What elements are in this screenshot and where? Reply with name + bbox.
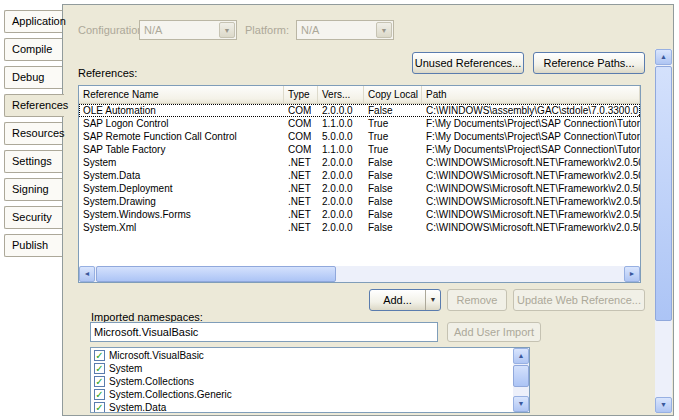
- table-cell: True: [364, 130, 422, 143]
- imports-scrollbar-thumb[interactable]: [513, 365, 529, 387]
- table-row[interactable]: System.NET2.0.0.0FalseC:\WINDOWS\Microso…: [79, 156, 640, 169]
- update-web-reference-button[interactable]: Update Web Reference...: [513, 289, 645, 311]
- reference-paths-button[interactable]: Reference Paths...: [533, 52, 645, 74]
- remove-button[interactable]: Remove: [447, 289, 507, 311]
- column-header[interactable]: Reference Name: [79, 86, 284, 104]
- tab-signing[interactable]: Signing: [4, 178, 62, 201]
- table-cell: C:\WINDOWS\Microsoft.NET\Framework\v2.0.…: [422, 208, 640, 221]
- list-item[interactable]: ✓Microsoft.VisualBasic: [91, 349, 512, 362]
- scroll-down-icon[interactable]: ▼: [513, 396, 529, 412]
- table-cell: 1.1.0.0: [318, 117, 364, 130]
- list-item[interactable]: ✓System.Data: [91, 401, 512, 412]
- checkbox[interactable]: ✓: [94, 402, 105, 412]
- imports-listbox: ✓Microsoft.VisualBasic✓System✓System.Col…: [90, 347, 530, 413]
- table-hscrollbar[interactable]: ◄ ►: [79, 266, 640, 282]
- column-header[interactable]: Type: [284, 86, 318, 104]
- references-table-header: Reference NameTypeVers...Copy LocalPath: [79, 86, 640, 104]
- table-cell: System.Windows.Forms: [79, 208, 284, 221]
- table-cell: SAP Table Factory: [79, 143, 284, 156]
- scroll-up-icon[interactable]: ▲: [655, 49, 672, 65]
- table-row[interactable]: SAP Remote Function Call ControlCOM5.0.0…: [79, 130, 640, 143]
- tab-security[interactable]: Security: [4, 206, 62, 229]
- scroll-up-icon[interactable]: ▲: [513, 348, 529, 364]
- table-row[interactable]: SAP Table FactoryCOM1.1.0.0TrueF:\My Doc…: [79, 143, 640, 156]
- table-cell: True: [364, 117, 422, 130]
- tab-debug[interactable]: Debug: [4, 66, 62, 89]
- list-item-label: Microsoft.VisualBasic: [109, 350, 204, 361]
- scroll-right-icon[interactable]: ►: [624, 266, 640, 282]
- page-scrollbar-thumb[interactable]: [655, 66, 672, 321]
- add-button[interactable]: Add... ▼: [369, 289, 441, 311]
- project-properties-page: ApplicationCompileDebugReferencesResourc…: [0, 0, 679, 420]
- checkbox[interactable]: ✓: [94, 350, 105, 361]
- references-table-body: OLE AutomationCOM2.0.0.0FalseC:\WINDOWS\…: [79, 104, 640, 266]
- table-row[interactable]: System.Drawing.NET2.0.0.0FalseC:\WINDOWS…: [79, 195, 640, 208]
- table-cell: COM: [284, 104, 318, 117]
- table-cell: System: [79, 156, 284, 169]
- table-cell: C:\WINDOWS\Microsoft.NET\Framework\v2.0.…: [422, 169, 640, 182]
- table-cell: 5.0.0.0: [318, 130, 364, 143]
- add-user-import-button[interactable]: Add User Import: [447, 322, 541, 342]
- table-cell: False: [364, 208, 422, 221]
- references-label: References:: [78, 67, 137, 79]
- table-cell: COM: [284, 143, 318, 156]
- add-button-label[interactable]: Add...: [370, 290, 425, 310]
- chevron-down-icon: ▼: [219, 22, 235, 38]
- tab-application[interactable]: Application: [4, 10, 62, 33]
- table-cell: .NET: [284, 208, 318, 221]
- scroll-left-icon[interactable]: ◄: [79, 266, 95, 282]
- table-cell: F:\My Documents\Project\SAP Connection\T…: [422, 130, 640, 143]
- references-table: Reference NameTypeVers...Copy LocalPath …: [78, 85, 641, 283]
- table-row[interactable]: System.Deployment.NET2.0.0.0FalseC:\WIND…: [79, 182, 640, 195]
- table-cell: SAP Remote Function Call Control: [79, 130, 284, 143]
- table-row[interactable]: System.Xml.NET2.0.0.0FalseC:\WINDOWS\Mic…: [79, 221, 640, 234]
- table-cell: F:\My Documents\Project\SAP Connection\T…: [422, 117, 640, 130]
- list-item-label: System: [109, 363, 142, 374]
- platform-combobox[interactable]: N/A ▼: [296, 20, 394, 40]
- table-cell: False: [364, 169, 422, 182]
- table-cell: False: [364, 182, 422, 195]
- tab-settings[interactable]: Settings: [4, 150, 62, 173]
- namespace-input[interactable]: [90, 322, 438, 342]
- table-cell: 2.0.0.0: [318, 156, 364, 169]
- table-cell: C:\WINDOWS\assembly\GAC\stdole\7.0.3300.…: [422, 104, 640, 117]
- references-panel: Configuration: N/A ▼ Platform: N/A ▼ Ref…: [62, 4, 674, 416]
- tab-compile[interactable]: Compile: [4, 38, 62, 61]
- table-cell: System.Data: [79, 169, 284, 182]
- table-cell: COM: [284, 117, 318, 130]
- table-cell: 1.1.0.0: [318, 143, 364, 156]
- column-header[interactable]: Copy Local: [364, 86, 422, 104]
- tab-references[interactable]: References: [4, 94, 64, 117]
- table-cell: C:\WINDOWS\Microsoft.NET\Framework\v2.0.…: [422, 221, 640, 234]
- table-row[interactable]: SAP Logon ControlCOM1.1.0.0TrueF:\My Doc…: [79, 117, 640, 130]
- table-cell: OLE Automation: [79, 104, 284, 117]
- tab-resources[interactable]: Resources: [4, 122, 62, 145]
- hscrollbar-thumb[interactable]: [96, 266, 336, 282]
- checkbox[interactable]: ✓: [94, 363, 105, 374]
- unused-references-button[interactable]: Unused References...: [412, 52, 524, 74]
- column-header[interactable]: Vers...: [318, 86, 364, 104]
- table-cell: False: [364, 104, 422, 117]
- list-item[interactable]: ✓System.Collections.Generic: [91, 388, 512, 401]
- add-dropdown-icon[interactable]: ▼: [425, 290, 440, 310]
- list-item-label: System.Collections.Generic: [109, 389, 232, 400]
- table-row[interactable]: System.Windows.Forms.NET2.0.0.0FalseC:\W…: [79, 208, 640, 221]
- list-item[interactable]: ✓System: [91, 362, 512, 375]
- table-row[interactable]: System.Data.NET2.0.0.0FalseC:\WINDOWS\Mi…: [79, 169, 640, 182]
- list-item-label: System.Collections: [109, 376, 194, 387]
- checkbox[interactable]: ✓: [94, 389, 105, 400]
- page-scrollbar[interactable]: ▲ ▼: [655, 49, 672, 413]
- table-row[interactable]: OLE AutomationCOM2.0.0.0FalseC:\WINDOWS\…: [79, 104, 640, 117]
- imports-list-scrollbar[interactable]: ▲ ▼: [513, 348, 529, 412]
- column-header[interactable]: Path: [422, 86, 640, 104]
- tab-publish[interactable]: Publish: [4, 234, 62, 257]
- list-item[interactable]: ✓System.Collections: [91, 375, 512, 388]
- configuration-combobox[interactable]: N/A ▼: [139, 20, 237, 40]
- table-cell: SAP Logon Control: [79, 117, 284, 130]
- table-cell: .NET: [284, 156, 318, 169]
- checkbox[interactable]: ✓: [94, 376, 105, 387]
- scroll-down-icon[interactable]: ▼: [655, 397, 672, 413]
- table-cell: 2.0.0.0: [318, 169, 364, 182]
- table-cell: 2.0.0.0: [318, 195, 364, 208]
- sidebar-tabs: ApplicationCompileDebugReferencesResourc…: [4, 10, 66, 262]
